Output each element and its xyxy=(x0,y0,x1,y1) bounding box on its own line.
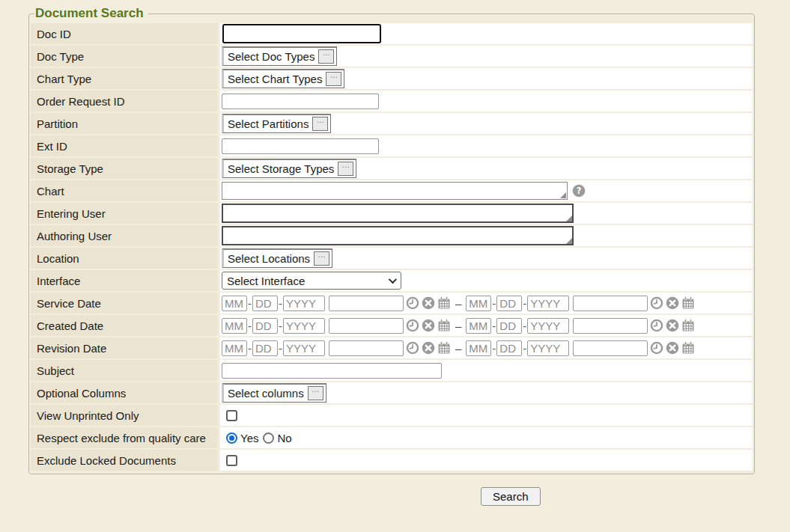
page: Document Search Doc ID Doc Type Select D… xyxy=(0,0,755,506)
clear-icon[interactable] xyxy=(422,319,435,332)
calendar-icon[interactable] xyxy=(681,341,695,355)
clear-icon[interactable] xyxy=(422,296,435,310)
calendar-icon[interactable] xyxy=(681,319,695,332)
authoring-user-textarea[interactable] xyxy=(222,226,574,245)
chart-type-more-button[interactable]: ... xyxy=(326,72,341,86)
created-date-to-year-input[interactable] xyxy=(527,318,569,334)
entering-user-label: Entering User xyxy=(31,203,218,224)
clock-icon[interactable] xyxy=(406,296,419,310)
clear-icon[interactable] xyxy=(666,341,679,355)
created-date-from-time-input[interactable] xyxy=(329,318,404,334)
respect-exclude-label: Respect exclude from quality care xyxy=(31,427,218,448)
service-date-to-day-input[interactable] xyxy=(496,296,522,311)
doc-type-more-button[interactable]: ... xyxy=(318,49,334,64)
date-dash: - xyxy=(279,297,282,310)
respect-exclude-no-radio[interactable] xyxy=(263,432,274,444)
created-date-from-year-input[interactable] xyxy=(283,318,325,334)
doc-type-cell: Select Doc Types ... xyxy=(220,46,753,67)
chart-textarea[interactable] xyxy=(222,182,568,200)
doc-type-picker[interactable]: Select Doc Types ... xyxy=(222,46,337,66)
optional-columns-more-button[interactable]: ... xyxy=(308,386,323,400)
ext-id-input[interactable] xyxy=(222,138,379,154)
storage-type-picker[interactable]: Select Storage Types ... xyxy=(222,159,356,178)
subject-label: Subject xyxy=(31,360,218,381)
revision-date-from-time-input[interactable] xyxy=(329,340,404,356)
created-date-from-group: -- xyxy=(222,318,451,334)
service-date-from-day-input[interactable] xyxy=(252,296,278,311)
doc-type-label: Doc Type xyxy=(31,46,218,67)
chart-type-picker[interactable]: Select Chart Types ... xyxy=(222,69,344,88)
revision-date-label: Revision Date xyxy=(31,337,218,358)
revision-date-to-month-input[interactable] xyxy=(466,340,491,356)
chart-type-cell: Select Chart Types ... xyxy=(220,68,753,89)
service-date-to-time-input[interactable] xyxy=(573,296,648,311)
optional-columns-picker-text: Select columns xyxy=(228,387,304,400)
doc-id-cell xyxy=(220,23,753,44)
service-date-to-year-input[interactable] xyxy=(527,296,569,311)
doc-type-picker-text: Select Doc Types xyxy=(228,50,315,63)
order-request-id-input[interactable] xyxy=(222,94,379,109)
chevron-down-icon xyxy=(389,275,397,284)
location-picker[interactable]: Select Locations ... xyxy=(222,248,332,268)
created-date-from-day-input[interactable] xyxy=(252,318,278,334)
service-date-to-month-input[interactable] xyxy=(466,296,491,311)
date-dash: - xyxy=(492,342,496,355)
service-date-from-time-input[interactable] xyxy=(329,296,404,311)
revision-date-from-year-input[interactable] xyxy=(283,340,325,356)
partition-more-button[interactable]: ... xyxy=(312,117,328,131)
revision-date-from-month-input[interactable] xyxy=(222,340,247,356)
revision-date-to-year-input[interactable] xyxy=(527,340,569,356)
service-date-from-month-input[interactable] xyxy=(222,296,247,311)
entering-user-textarea[interactable] xyxy=(222,204,574,223)
partition-picker[interactable]: Select Partitions ... xyxy=(222,114,331,133)
view-unprinted-label: View Unprinted Only xyxy=(31,405,218,426)
panel-title: Document Search xyxy=(34,6,148,21)
created-date-from-month-input[interactable] xyxy=(222,318,247,334)
view-unprinted-cell xyxy=(220,405,753,426)
clock-icon[interactable] xyxy=(650,296,663,310)
service-date-from-group: -- xyxy=(222,296,451,311)
storage-type-picker-text: Select Storage Types xyxy=(228,162,334,175)
view-unprinted-checkbox[interactable] xyxy=(226,410,237,421)
clear-icon[interactable] xyxy=(666,296,679,310)
doc-id-input[interactable] xyxy=(222,24,381,43)
calendar-icon[interactable] xyxy=(437,319,451,332)
optional-columns-cell: Select columns ... xyxy=(220,382,753,403)
storage-type-more-button[interactable]: ... xyxy=(338,162,353,176)
clock-icon[interactable] xyxy=(406,341,419,355)
clock-icon[interactable] xyxy=(650,319,663,332)
date-dash: - xyxy=(248,297,252,310)
doc-id-label: Doc ID xyxy=(31,23,218,44)
calendar-icon[interactable] xyxy=(681,296,695,310)
authoring-user-label: Authoring User xyxy=(31,225,218,246)
search-button[interactable]: Search xyxy=(481,487,541,506)
revision-date-from-day-input[interactable] xyxy=(252,340,278,356)
location-more-button[interactable]: ... xyxy=(314,251,329,266)
storage-type-cell: Select Storage Types ... xyxy=(220,158,753,179)
created-date-to-month-input[interactable] xyxy=(466,318,491,334)
revision-date-to-day-input[interactable] xyxy=(496,340,522,356)
service-date-from-year-input[interactable] xyxy=(283,296,325,311)
clock-icon[interactable] xyxy=(406,319,419,332)
clear-icon[interactable] xyxy=(422,341,435,355)
storage-type-label: Storage Type xyxy=(31,158,218,179)
exclude-locked-checkbox[interactable] xyxy=(226,455,237,466)
interface-label: Interface xyxy=(31,270,218,291)
optional-columns-picker[interactable]: Select columns ... xyxy=(222,383,326,403)
clock-icon[interactable] xyxy=(650,341,663,355)
ext-id-cell xyxy=(220,135,753,156)
authoring-user-cell xyxy=(220,225,753,246)
chart-type-label: Chart Type xyxy=(31,68,218,89)
revision-date-cell: -- – -- xyxy=(220,337,753,358)
chart-help-icon[interactable] xyxy=(572,184,586,198)
clear-icon[interactable] xyxy=(666,319,679,332)
revision-date-to-time-input[interactable] xyxy=(573,340,648,356)
interface-select[interactable]: Select Interface xyxy=(222,272,401,290)
created-date-to-time-input[interactable] xyxy=(573,318,648,334)
created-date-to-day-input[interactable] xyxy=(496,318,522,334)
calendar-icon[interactable] xyxy=(437,296,451,310)
calendar-icon[interactable] xyxy=(437,341,451,355)
respect-exclude-yes-radio[interactable] xyxy=(226,432,237,444)
subject-input[interactable] xyxy=(222,363,442,379)
date-dash: - xyxy=(523,319,526,332)
